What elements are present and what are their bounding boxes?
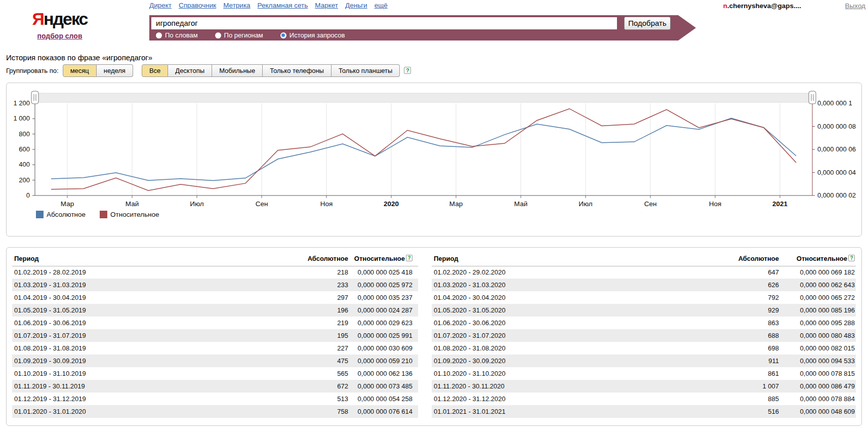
history-table-1: Период Абсолютное Относительное? 01.02.2… — [432, 248, 856, 418]
range-slider-track[interactable] — [35, 93, 812, 102]
nav-link-3[interactable]: Рекламная сеть — [258, 2, 308, 9]
nav-link-4[interactable]: Маркет — [315, 2, 338, 9]
table-row: 01.05.2020 - 31.05.2020 929 0,000 000 08… — [432, 304, 856, 317]
svg-text:0,000 000 08: 0,000 000 08 — [817, 123, 856, 130]
svg-text:1 000: 1 000 — [13, 114, 30, 122]
table-row: 01.12.2020 - 31.12.2020 885 0,000 000 07… — [432, 393, 856, 405]
table-row: 01.03.2019 - 31.03.2019 233 0,000 000 02… — [12, 279, 418, 291]
logout-link[interactable]: Выход — [845, 2, 865, 10]
svg-text:Ноя: Ноя — [320, 200, 333, 208]
search-input[interactable]: игропедагог — [151, 17, 617, 29]
search-mode-1[interactable]: По регионам — [215, 31, 263, 39]
table-row: 01.08.2020 - 31.08.2020 698 0,000 000 08… — [432, 342, 856, 355]
nav-link-0[interactable]: Директ — [149, 2, 172, 9]
table-row: 01.03.2020 - 31.03.2020 626 0,000 000 06… — [432, 279, 856, 291]
account-first-letter: n — [723, 2, 727, 10]
table-row: 01.05.2019 - 31.05.2019 196 0,000 000 02… — [12, 304, 418, 317]
legend-swatch-1 — [100, 211, 107, 218]
account-rest: .chernysheva@gaps.... — [727, 2, 801, 10]
table-row: 01.01.2020 - 31.01.2020 758 0,000 000 07… — [12, 405, 418, 418]
col-header-relative: Относительное? — [348, 248, 418, 266]
svg-text:0,000 000 1: 0,000 000 1 — [817, 99, 852, 107]
top-navigation: ДиректСправочникМетрикаРекламная сетьМар… — [149, 2, 388, 9]
table-row: 01.10.2019 - 31.10.2019 565 0,000 000 06… — [12, 367, 418, 380]
search-mode-radios: По словам По регионам История запросов — [156, 31, 345, 39]
col-header-absolute: Абсолютное — [702, 248, 779, 266]
svg-text:Сен: Сен — [644, 200, 657, 208]
svg-text:0,000 000 04: 0,000 000 04 — [817, 169, 856, 176]
nav-link-6[interactable]: ещё — [375, 2, 388, 9]
range-handle-left[interactable] — [31, 91, 38, 104]
table-row: 01.02.2019 - 28.02.2019 218 0,000 000 02… — [12, 266, 418, 279]
device-option-4[interactable]: Только планшеты — [332, 64, 400, 77]
logo-text: Яндекс — [31, 9, 88, 29]
account-email[interactable]: n.chernysheva@gaps.... — [723, 2, 801, 10]
table-row: 01.01.2021 - 31.01.2021 516 0,000 000 04… — [432, 405, 856, 418]
table-row: 01.07.2019 - 31.07.2019 195 0,000 000 02… — [12, 329, 418, 342]
relative-help-icon[interactable]: ? — [848, 255, 855, 261]
svg-text:400: 400 — [19, 161, 30, 168]
range-handle-right[interactable] — [809, 91, 816, 104]
legend-swatch-0 — [36, 211, 44, 218]
radio-icon — [215, 32, 221, 38]
search-mode-0[interactable]: По словам — [156, 31, 198, 39]
svg-text:Июл: Июл — [190, 200, 203, 208]
device-option-2[interactable]: Мобильные — [212, 64, 263, 77]
help-icon[interactable]: ? — [404, 67, 411, 74]
nav-link-2[interactable]: Метрика — [223, 2, 250, 9]
table-row: 01.09.2019 - 30.09.2019 475 0,000 000 05… — [12, 355, 418, 367]
data-tables-panel: Период Абсолютное Относительное? 01.02.2… — [6, 247, 862, 426]
legend-label-0: Абсолютное — [47, 211, 86, 218]
relative-help-icon[interactable]: ? — [406, 255, 412, 261]
svg-text:0,000 000 06: 0,000 000 06 — [817, 145, 856, 153]
svg-text:2021: 2021 — [772, 200, 788, 208]
svg-text:Мар: Мар — [449, 200, 463, 208]
svg-text:0,000 000 02: 0,000 000 02 — [817, 191, 856, 199]
svg-text:600: 600 — [19, 145, 30, 153]
table-row: 01.07.2020 - 31.07.2020 688 0,000 000 08… — [432, 329, 856, 342]
svg-text:200: 200 — [19, 176, 30, 184]
submit-button[interactable]: Подобрать — [624, 17, 671, 30]
group-option-0[interactable]: месяц — [63, 64, 97, 77]
table-row: 01.08.2019 - 31.08.2019 227 0,000 000 03… — [12, 342, 418, 355]
wordstat-link[interactable]: подбор слов — [37, 32, 82, 40]
nav-link-1[interactable]: Справочник — [179, 2, 216, 9]
svg-text:Сен: Сен — [256, 200, 268, 208]
col-header-period: Период — [12, 248, 284, 266]
table-row: 01.09.2020 - 30.09.2020 911 0,000 000 09… — [432, 355, 856, 367]
svg-text:0: 0 — [26, 191, 30, 199]
yandex-logo[interactable]: Яндекс подбор слов — [31, 9, 88, 41]
device-option-0[interactable]: Все — [142, 64, 168, 77]
col-header-period: Период — [432, 248, 702, 266]
col-header-relative: Относительное? — [779, 248, 856, 266]
history-chart[interactable]: МарМайИюлСенНоя2020МарМайИюлСенНоя20211 … — [7, 83, 861, 236]
table-row: 01.06.2019 - 30.06.2019 219 0,000 000 02… — [12, 317, 418, 329]
table-row: 01.04.2020 - 30.04.2020 792 0,000 000 06… — [432, 291, 856, 304]
all-regions-link[interactable]: Все регионы — [151, 45, 617, 53]
svg-text:Май: Май — [126, 200, 139, 208]
radio-icon — [156, 32, 162, 38]
group-option-1[interactable]: неделя — [97, 64, 133, 77]
svg-text:Июл: Июл — [578, 200, 592, 208]
radio-icon — [280, 32, 286, 38]
legend-label-1: Относительное — [110, 211, 159, 218]
group-by-label: Группировать по: — [6, 67, 59, 74]
search-mode-2[interactable]: История запросов — [280, 31, 345, 39]
svg-text:2020: 2020 — [384, 200, 399, 208]
svg-text:Ноя: Ноя — [709, 200, 722, 208]
filter-row: Группировать по: месяцнеделя ВсеДесктопы… — [6, 64, 411, 76]
table-row: 01.11.2020 - 30.11.2020 1 007 0,000 000 … — [432, 380, 856, 393]
svg-text:800: 800 — [19, 130, 30, 138]
table-row: 01.10.2020 - 31.10.2020 861 0,000 000 07… — [432, 367, 856, 380]
device-option-3[interactable]: Только телефоны — [263, 64, 332, 77]
page-title: История показов по фразе «игропедагог» — [6, 53, 152, 62]
col-header-absolute: Абсолютное — [284, 248, 348, 266]
device-option-1[interactable]: Десктопы — [168, 64, 212, 77]
table-row: 01.06.2020 - 30.06.2020 863 0,000 000 09… — [432, 317, 856, 329]
nav-link-5[interactable]: Деньги — [345, 2, 367, 9]
history-table-0: Период Абсолютное Относительное? 01.02.2… — [12, 248, 418, 418]
group-by-buttons: месяцнеделя — [63, 64, 133, 77]
clear-search-icon[interactable]: ✕ — [695, 18, 702, 25]
table-row: 01.11.2019 - 30.11.2019 672 0,000 000 07… — [12, 380, 418, 393]
table-row: 01.04.2019 - 30.04.2019 297 0,000 000 03… — [12, 291, 418, 304]
